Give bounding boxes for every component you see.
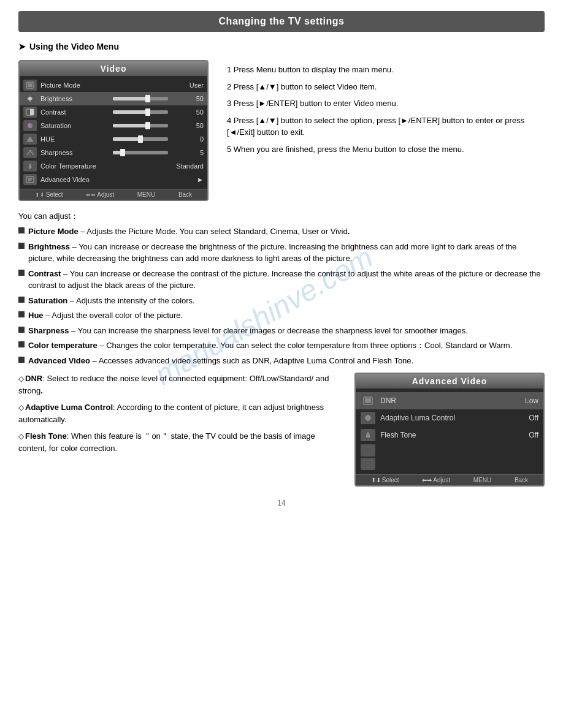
- bullet-square-hue: [18, 311, 25, 317]
- video-menu-title: Video: [20, 61, 207, 76]
- sharpness-label: Sharpness: [40, 149, 109, 156]
- brightness-slider: [113, 97, 168, 100]
- adv-row-empty-2: [356, 457, 543, 471]
- adv-video-body: DNR Low: [356, 389, 543, 474]
- picture-mode-value: User: [185, 82, 204, 89]
- adv-flesh-icon: [361, 429, 375, 441]
- bullet-hue: Hue – Adjust the overall color of the pi…: [18, 309, 545, 322]
- adv-empty2-icon: [361, 458, 375, 470]
- you-can-adjust-label: You can adjust：: [18, 211, 545, 222]
- brightness-thumb: [145, 95, 150, 102]
- contrast-slider: [113, 110, 168, 114]
- bullet-text-sharpness: Sharpness – You can increase the sharpne…: [28, 325, 545, 337]
- adv-dnr-value: Low: [525, 396, 538, 405]
- adv-video-column: Advanced Video DNR Low: [354, 373, 545, 487]
- adv-menu-hint: MENU: [473, 477, 491, 483]
- bullet-brightness: Brightness – You can increase or decreas…: [18, 241, 545, 265]
- bullet-text-contrast: Contrast – You can increase or decrease …: [28, 268, 545, 292]
- page-number: 14: [18, 499, 545, 507]
- color-temp-value: Standard: [176, 162, 204, 170]
- adv-adjust-label: Adjust: [433, 477, 450, 483]
- step-1-num: 1: [227, 65, 234, 74]
- brightness-fill: [113, 97, 148, 100]
- adv-dnr-icon: [361, 395, 375, 407]
- saturation-slider: [113, 124, 168, 127]
- sharpness-icon: [23, 147, 37, 158]
- bullet-contrast: Contrast – You can increase or decrease …: [18, 268, 545, 292]
- bullet-text-hue: Hue – Adjust the overall color of the pi…: [28, 309, 545, 322]
- picture-mode-label: Picture Mode: [40, 82, 182, 89]
- step-3: 3 Press [►/ENTER] button to enter Video …: [227, 97, 545, 110]
- svg-rect-1: [28, 83, 33, 87]
- adv-back-hint: Back: [515, 477, 528, 483]
- brightness-value: 50: [185, 95, 204, 102]
- bullet-text-saturation: Saturation – Adjusts the intensity of th…: [28, 295, 545, 307]
- svg-point-11: [30, 124, 33, 126]
- video-row-color-temp: Color Temperature Standard: [20, 159, 207, 173]
- contrast-slider-wrap: [113, 110, 182, 114]
- lower-left-column: ◇DNR: Select to reduce the noise level o…: [18, 373, 336, 487]
- step-1: 1 Press Menu button to display the main …: [227, 64, 545, 76]
- saturation-fill: [113, 124, 148, 127]
- adv-adaptive-icon: [361, 412, 375, 424]
- contrast-icon: [23, 107, 37, 118]
- sharpness-value: 5: [185, 149, 204, 156]
- adv-video-title: Advanced Video: [356, 374, 543, 389]
- adv-video-bottom-bar: ⬆⬇ Select ⬅➡ Adjust MENU Back: [356, 474, 543, 485]
- video-row-sharpness: Sharpness 5: [20, 146, 207, 159]
- saturation-thumb: [145, 122, 150, 129]
- section-title-text: Using the Video Menu: [29, 42, 119, 51]
- hue-value: 0: [185, 135, 204, 143]
- bullet-picture-mode: Picture Mode – Adjusts the Picture Mode.…: [18, 226, 545, 238]
- contrast-fill: [113, 110, 148, 114]
- video-row-saturation: Saturation 50: [20, 119, 207, 132]
- saturation-icon: [23, 120, 37, 131]
- video-row-brightness: Brightness 50: [20, 92, 207, 105]
- video-menu-bottom-bar: ⬆⬇ Select ⬅➡ Adjust MENU Back: [20, 189, 207, 200]
- video-row-hue: HUE 0: [20, 132, 207, 146]
- step-5-num: 5: [227, 145, 234, 154]
- bullet-text-picture-mode: Picture Mode – Adjusts the Picture Mode.…: [28, 226, 545, 238]
- hue-icon: [23, 134, 37, 145]
- arrow-icon: ➤: [18, 42, 26, 51]
- bullet-saturation: Saturation – Adjusts the intensity of th…: [18, 295, 545, 307]
- adv-adjust-hint: ⬅➡ Adjust: [422, 477, 450, 483]
- diamond-icon-flesh: ◇: [18, 432, 24, 441]
- diamond-dnr: ◇DNR: Select to reduce the noise level o…: [18, 373, 336, 396]
- adv-video-box: Advanced Video DNR Low: [354, 373, 545, 487]
- step-3-text: Press [►/ENTER] button to enter Video me…: [234, 99, 398, 108]
- sharpness-thumb: [120, 149, 125, 156]
- step-4: 4 Press [▲/▼] button to select the optio…: [227, 115, 545, 138]
- bullet-text-brightness: Brightness – You can increase or decreas…: [28, 241, 545, 265]
- brightness-label: Brightness: [40, 95, 109, 102]
- adv-row-flesh: Flesh Tone Off: [356, 427, 543, 444]
- bullet-square-sharpness: [18, 327, 25, 333]
- advanced-icon: [23, 174, 37, 185]
- bullet-square-contrast: [18, 270, 25, 276]
- section-title: ➤ Using the Video Menu: [18, 42, 545, 51]
- step-5-text: When you are finished, press the Menu bu…: [234, 145, 464, 154]
- adv-flesh-value: Off: [529, 431, 538, 439]
- sharpness-slider-wrap: [113, 151, 182, 154]
- video-menu-box: Video Picture Mode User: [18, 60, 209, 201]
- bullet-text-advanced: Advanced Video – Accesses advanced video…: [28, 355, 545, 367]
- bullet-square-advanced: [18, 357, 25, 363]
- diamond-icon-adaptive: ◇: [18, 403, 24, 412]
- svg-rect-17: [365, 398, 371, 403]
- sharpness-slider: [113, 151, 168, 154]
- step-2: 2 Press [▲/▼] button to select Video ite…: [227, 81, 545, 93]
- color-temp-icon: [23, 161, 37, 172]
- advanced-arrow: ►: [185, 176, 204, 183]
- bullet-square-color-temp: [18, 341, 25, 347]
- diamond-flesh-tone: ◇Flesh Tone: When this feature is ＂on＂ s…: [18, 430, 336, 454]
- svg-point-2: [28, 97, 32, 100]
- adv-dnr-label: DNR: [380, 396, 520, 405]
- adv-flesh-label: Flesh Tone: [380, 431, 524, 439]
- step-4-num: 4: [227, 116, 234, 125]
- bullet-square-brightness: [18, 243, 25, 249]
- hue-fill: [113, 137, 140, 141]
- advanced-label: Advanced Video: [40, 176, 182, 183]
- video-row-picture-mode: Picture Mode User: [20, 78, 207, 92]
- adv-empty1-icon: [361, 444, 375, 457]
- hue-thumb: [138, 135, 143, 143]
